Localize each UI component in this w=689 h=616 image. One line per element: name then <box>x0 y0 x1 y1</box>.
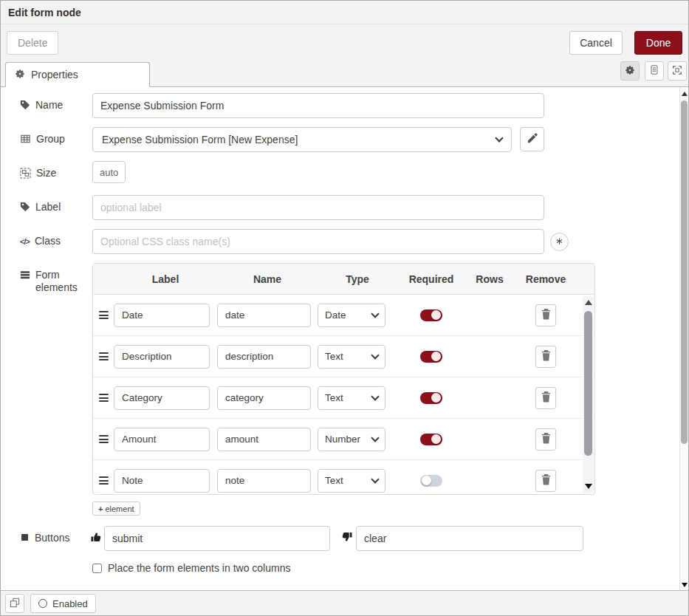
element-label-input[interactable] <box>114 304 210 327</box>
drag-handle-icon[interactable] <box>97 349 110 364</box>
element-name-input[interactable] <box>217 345 311 369</box>
element-label-input[interactable] <box>114 345 210 369</box>
layers-icon <box>10 598 20 610</box>
thumbs-up-icon <box>90 531 102 545</box>
element-name-input[interactable] <box>217 304 311 327</box>
label-input[interactable] <box>92 195 544 220</box>
scroll-up-arrow[interactable] <box>682 92 688 96</box>
chevron-down-icon <box>495 134 503 142</box>
submit-button-label-input[interactable] <box>104 526 330 551</box>
element-label-input[interactable] <box>114 469 210 493</box>
two-columns-checkbox[interactable] <box>92 564 102 573</box>
form-elements-list: Date Text <box>93 295 594 494</box>
element-type-select[interactable]: Number <box>318 428 385 451</box>
drag-handle-icon[interactable] <box>97 391 110 405</box>
chevron-down-icon <box>371 434 379 442</box>
dialog-footer: Enabled <box>1 590 688 615</box>
class-input[interactable] <box>92 229 544 254</box>
element-type-select[interactable]: Text <box>318 386 385 410</box>
cancel-button[interactable]: Cancel <box>569 31 623 55</box>
group-label-text: Group <box>36 133 65 146</box>
remove-element-button[interactable] <box>535 470 556 492</box>
drag-handle-icon[interactable] <box>97 308 110 323</box>
scrollbar-thumb[interactable] <box>584 311 592 456</box>
list-icon <box>20 269 30 283</box>
thumbs-down-icon <box>341 531 353 545</box>
element-type-value: Text <box>325 351 343 362</box>
group-select[interactable]: Expense Submission Form [New Expense] <box>92 127 512 152</box>
form-elements-label-text: Form elements <box>35 269 78 294</box>
scrollbar-thumb[interactable] <box>681 100 688 444</box>
scroll-up-arrow[interactable] <box>585 300 592 305</box>
buttons-label: Buttons <box>20 532 69 545</box>
element-name-input[interactable] <box>217 469 311 493</box>
node-settings-button[interactable] <box>620 61 640 81</box>
required-toggle[interactable] <box>420 434 442 445</box>
tag-icon <box>20 99 30 113</box>
form-element-row: Text <box>93 336 594 377</box>
element-name-input[interactable] <box>217 386 311 410</box>
show-node-help-button[interactable] <box>5 594 24 613</box>
node-description-button[interactable] <box>645 61 664 81</box>
element-type-select[interactable]: Text <box>318 345 385 369</box>
header-name: Name <box>217 273 318 285</box>
tab-bar: Properties <box>1 61 688 87</box>
name-input[interactable] <box>92 93 544 118</box>
element-type-value: Text <box>325 475 343 486</box>
scroll-down-arrow[interactable] <box>682 583 688 587</box>
document-icon <box>649 64 659 78</box>
element-label-input[interactable] <box>114 428 210 451</box>
size-button[interactable]: auto <box>92 161 126 183</box>
drag-handle-icon[interactable] <box>97 473 110 488</box>
chevron-down-icon <box>371 309 379 318</box>
element-type-value: Number <box>325 434 360 445</box>
node-enabled-toggle[interactable]: Enabled <box>30 594 96 613</box>
delete-button[interactable]: Delete <box>7 31 58 55</box>
panel-scrollbar[interactable] <box>679 87 688 592</box>
remove-element-button[interactable] <box>535 304 556 326</box>
object-group-icon <box>672 65 682 78</box>
element-type-select[interactable]: Date <box>318 304 385 327</box>
edit-form-node-dialog: Edit form node Delete Cancel Done Proper… <box>0 0 689 616</box>
square-icon <box>20 532 30 545</box>
add-element-label: element <box>105 504 134 513</box>
remove-element-button[interactable] <box>535 346 556 368</box>
scroll-down-arrow[interactable] <box>585 484 592 489</box>
clear-button-label-input[interactable] <box>356 526 583 551</box>
tab-properties[interactable]: Properties <box>5 62 150 87</box>
form-element-row: Text <box>93 377 594 419</box>
required-toggle[interactable] <box>420 309 442 321</box>
remove-element-button[interactable] <box>535 428 556 451</box>
class-label-text: Class <box>35 235 61 247</box>
trash-icon <box>541 391 551 405</box>
form-elements-header: Label Name Type Required Rows Remove <box>93 264 594 295</box>
plus-icon <box>98 504 103 513</box>
label-label-text: Label <box>35 201 61 213</box>
drag-handle-icon[interactable] <box>97 432 110 447</box>
done-button[interactable]: Done <box>634 31 682 55</box>
element-name-input[interactable] <box>217 428 311 451</box>
form-elements-table: Label Name Type Required Rows Remove Dat… <box>92 263 595 495</box>
form-element-row: Date <box>93 295 594 336</box>
form-elements-scrollbar[interactable] <box>583 296 594 493</box>
required-toggle[interactable] <box>420 392 442 404</box>
properties-panel: Name Group Expense Submission Form [New … <box>1 87 679 590</box>
two-columns-option[interactable]: Place the form elements in two columns <box>92 562 290 574</box>
class-helper-button[interactable] <box>550 233 569 251</box>
remove-element-button[interactable] <box>535 387 556 409</box>
group-select-value: Expense Submission Form [New Expense] <box>102 134 298 146</box>
name-label: Name <box>20 99 63 113</box>
required-toggle[interactable] <box>420 475 442 487</box>
required-toggle[interactable] <box>420 351 442 363</box>
buttons-label-text: Buttons <box>35 532 69 544</box>
dialog-titlebar: Edit form node <box>1 1 688 24</box>
edit-group-button[interactable] <box>520 127 544 151</box>
trash-icon <box>541 309 551 322</box>
object-group-icon <box>20 167 31 182</box>
element-type-select[interactable]: Text <box>318 469 385 493</box>
chevron-down-icon <box>371 475 379 483</box>
element-label-input[interactable] <box>114 386 210 410</box>
add-element-button[interactable]: element <box>92 502 140 516</box>
label-label: Label <box>20 201 61 215</box>
node-appearance-button[interactable] <box>668 61 687 81</box>
